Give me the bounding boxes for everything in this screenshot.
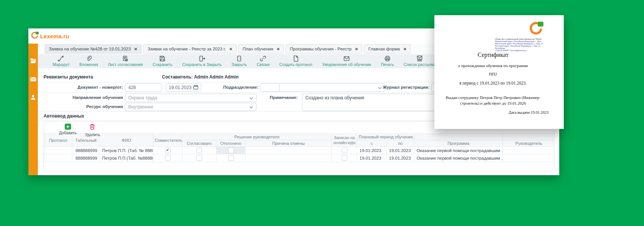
training-resource-value: Внутреннее [128,104,153,110]
table-header-group-row: Протокол Табельный ФИО Совместитель Реше… [44,134,555,140]
certificate-period: в период с 19.01.2023 по 19.01.2023. [434,81,552,85]
doc-number-input[interactable] [125,83,162,92]
col-declined: Отклонено [216,140,246,147]
department-select[interactable] [260,83,385,92]
group-planned-period: Плановый период обучения [357,134,414,140]
add-row-button[interactable]: + Добавить [59,124,76,133]
author-label: Составитель: Admin Admin Admin [162,74,238,80]
mail-icon[interactable] [30,76,36,83]
links-button[interactable]: Связки [252,55,274,67]
mailing-list-icon [416,55,423,62]
printer-icon [384,55,391,62]
declined-checkbox[interactable] [228,148,234,153]
training-direction-label: Направление обучения [38,95,123,100]
save-close-icon [199,55,205,62]
training-direction-value: Охрана труда [128,95,157,100]
close-document-button[interactable]: Закрыть [227,55,252,67]
group-decision: Решение руководителя [182,134,332,140]
link-icon [260,55,266,62]
tab-programs-registry[interactable]: Программы обучения - Реестр ✕ [286,44,362,53]
user-icon[interactable] [30,94,36,102]
table-row[interactable]: 888888999 Петров П.П. (Таб. № 888888... … [44,147,555,154]
doc-date-value: 19.01.2023 [169,85,191,90]
group-spacer [414,134,503,140]
col-protocol: Протокол [44,134,72,147]
left-sidebar [28,44,38,175]
col-from: с [357,140,387,147]
online-checkbox[interactable] [342,148,347,153]
col-online-course: Записан на онлайн-курс [332,134,357,147]
col-to: по [387,140,414,147]
group-spacer [503,134,554,140]
registration-journal-label: Журнал регистрации: [373,85,429,89]
approval-sheet-button[interactable]: Лист согласования [103,55,148,67]
tab-request-428[interactable]: Заявка на обучение №428 от 19.01.2023 ✕ [45,44,142,53]
autoinput-title: Автоввод данных [44,113,84,119]
close-icon[interactable]: ✕ [355,47,358,51]
certificate-issued-to: Выдан сотруднику Петров Петр Петрович (И… [434,95,552,106]
print-button[interactable]: Печать [376,55,398,67]
training-notification-button[interactable]: Уведомление об обучении [317,55,376,67]
col-fio: ФИО [100,134,153,147]
save-button[interactable]: Сохранить [148,55,177,67]
route-icon [58,55,64,62]
folder-icon[interactable] [30,58,36,65]
trash-icon [89,124,95,132]
approval-sheet-icon [122,55,129,62]
door-icon [236,55,243,62]
lexema-logo-icon [31,31,39,41]
note-label: Примечание: [241,95,298,100]
create-protocol-button[interactable]: Создать протокол [274,55,317,67]
col-part-time: Совместитель [153,134,182,147]
training-resource-select[interactable]: Внутреннее [125,103,257,111]
route-button[interactable]: Маршрут [48,55,75,67]
tab-main-form[interactable]: Главная форма ✕ [364,44,411,53]
certificate-issue-date: Дата выдачи 19.01.2023 [509,110,549,115]
department-label: Подразделение: [202,85,258,89]
declined-checkbox[interactable] [228,155,234,161]
delete-row-button[interactable]: Удалить [85,124,100,133]
calendar-icon[interactable] [193,85,198,91]
attachments-button[interactable]: Вложения [75,55,103,67]
close-icon[interactable]: ✕ [277,47,280,51]
plus-icon: + [65,124,71,130]
new-document-icon [292,55,299,62]
online-checkbox[interactable] [342,155,347,161]
envelope-icon [343,55,350,62]
col-cancel-reason: Причина отмены [246,140,332,147]
certificate-body: Сертификат о прохождении обучения по про… [434,52,552,106]
lexema-logo-icon [529,21,544,37]
doc-date-input[interactable]: 19.01.2023 [166,83,201,92]
section-title: Реквизиты документа [44,74,93,80]
participants-table: Протокол Табельный ФИО Совместитель Реше… [44,133,554,162]
close-icon[interactable]: ✕ [229,47,232,51]
certificate-program: ПП2 [434,72,552,76]
lexema-logo: Lexema.ru [31,31,69,41]
table-row[interactable]: 888888999 Петров П.П.(Таб. №8888889... 1… [44,154,555,162]
certificate-title: Сертификат [434,52,552,58]
close-icon[interactable]: ✕ [403,47,406,51]
chevron-down-icon[interactable] [249,104,253,110]
certificate-subtitle: о прохождении обучения по программе [434,63,552,68]
training-direction-select[interactable]: Охрана труда [125,94,257,102]
agreed-checkbox[interactable] [196,155,202,161]
logo-text: Lexema.ru [40,33,69,39]
note-textarea[interactable]: Создано из плана обучения [302,94,453,111]
col-head: Руководитель [503,140,554,147]
certificate-preview: Общество с ограниченной ответственностью… [434,15,564,129]
col-program: Программа [414,140,503,147]
training-resource-label: Ресурс обучения [38,104,123,109]
tab-requests-registry[interactable]: Заявки на обучение - Реестр за 2023 г. ✕ [143,44,236,53]
department-code-segment[interactable] [260,84,280,91]
part-time-checkbox[interactable]: ✔ [165,148,171,153]
save-icon [159,55,166,62]
part-time-checkbox[interactable] [165,155,171,161]
page-background: Lexema.ru [0,0,644,226]
doc-number-label: Документ - номер/от: [38,85,123,89]
close-icon[interactable]: ✕ [134,47,137,51]
tab-training-plan[interactable]: План обучения ✕ [238,44,284,53]
col-agreed: Согласовано [182,140,216,147]
paperclip-icon [85,55,92,62]
agreed-checkbox[interactable] [196,148,202,153]
save-close-button[interactable]: Сохранить и Закрыть [177,55,227,67]
